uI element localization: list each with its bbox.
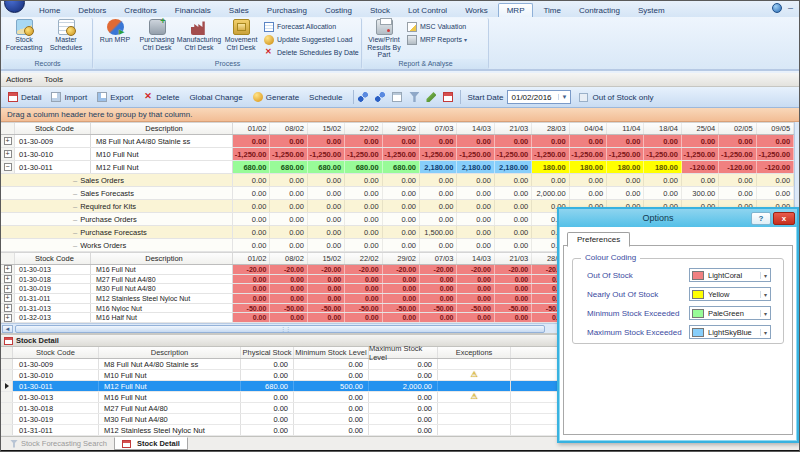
filter-icon[interactable] — [409, 92, 419, 102]
forecast-subrow-cell[interactable]: 0.00 — [570, 174, 607, 186]
forecast-value-cell[interactable]: 0.00 — [457, 284, 494, 293]
forecast-value-cell[interactable]: 680.00 — [270, 161, 307, 173]
ribbon-tab-purchasing[interactable]: Purchasing — [259, 4, 315, 17]
forecast-subrow-cell[interactable]: 0.00 — [420, 239, 457, 251]
forecast-value-cell[interactable]: 0.00 — [345, 294, 382, 303]
forecast-value-cell[interactable]: -1,250.00 — [233, 148, 270, 160]
colour-dropdown-nearly-out-of-stock[interactable]: Yellow▾ — [689, 287, 771, 301]
forecast-subrow-cell[interactable]: 0.00 — [570, 187, 607, 199]
menu-tools[interactable]: Tools — [44, 75, 63, 84]
forecast-value-cell[interactable]: 2,180.00 — [495, 161, 532, 173]
forecast-subrow-cell[interactable]: 0.00 — [233, 239, 270, 251]
forecast-subrow-cell[interactable]: 0.00 — [270, 174, 307, 186]
maximum-stock-column-header[interactable]: Maximum Stock Level — [369, 347, 438, 358]
description-column-header[interactable]: Description — [91, 253, 233, 264]
forecast-value-cell[interactable]: 0.00 — [457, 294, 494, 303]
forecast-value-cell[interactable]: 0.00 — [308, 135, 345, 147]
ribbon-button-purchasing-ctrl-desk[interactable]: Purchasing Ctrl Desk — [136, 18, 178, 59]
forecast-subrow-cell[interactable]: 0.00 — [270, 187, 307, 199]
ribbon-tab-costing[interactable]: Costing — [317, 4, 360, 17]
colour-dropdown-maximum-stock-exceeded[interactable]: LightSkyBlue▾ — [689, 325, 771, 339]
dialog-help-button[interactable]: ? — [751, 212, 771, 225]
forecast-subrow-cell[interactable]: 0.00 — [719, 174, 756, 186]
forecast-value-cell[interactable]: 2,180.00 — [420, 161, 457, 173]
forecast-value-cell[interactable]: 0.00 — [682, 135, 719, 147]
expander-icon[interactable]: + — [4, 304, 12, 312]
date-column-header[interactable]: 22/02 — [345, 123, 382, 134]
chevron-down-icon[interactable]: ▾ — [760, 291, 770, 298]
ribbon-button-master-schedules[interactable]: Master Schedules — [45, 18, 87, 59]
forecast-value-cell[interactable]: 0.00 — [270, 294, 307, 303]
forecast-subrow-cell[interactable]: 0.00 — [308, 187, 345, 199]
forecast-subrow-cell[interactable]: 0.00 — [682, 174, 719, 186]
forecast-value-cell[interactable]: 0.00 — [345, 275, 382, 284]
forecast-value-cell[interactable]: -1,250.00 — [308, 148, 345, 160]
date-column-header[interactable]: 21/03 — [495, 253, 532, 264]
date-column-header[interactable]: 02/05 — [719, 123, 756, 134]
forecast-subrow-cell[interactable]: 0.00 — [383, 200, 420, 212]
forecast-value-cell[interactable]: 0.00 — [495, 313, 532, 322]
ribbon-tab-debtors[interactable]: Debtors — [70, 4, 114, 17]
forecast-value-cell[interactable]: 680.00 — [233, 161, 270, 173]
forecast-subrow-cell[interactable]: 0.00 — [233, 187, 270, 199]
expander-icon[interactable]: + — [4, 265, 12, 273]
ribbon-tab-creditors[interactable]: Creditors — [116, 4, 164, 17]
forecast-subrow[interactable]: Sales Forecasts0.000.000.000.000.000.000… — [1, 187, 794, 200]
forecast-subrow-cell[interactable]: 0.00 — [270, 226, 307, 238]
ribbon-button-stock-forecasting[interactable]: Stock Forecasting — [3, 18, 45, 59]
window-dropdown-icon[interactable] — [392, 92, 402, 102]
forecast-subrow-cell[interactable]: 0.00 — [383, 239, 420, 251]
ribbon-button-mrp-reports[interactable]: MRP Reports▾ — [407, 33, 468, 46]
toolbar-button-import[interactable]: Import — [48, 91, 90, 103]
chevron-down-icon[interactable]: ▾ — [760, 310, 770, 317]
forecast-subrow-cell[interactable]: 0.00 — [457, 174, 494, 186]
forecast-value-cell[interactable]: -1,250.00 — [607, 148, 644, 160]
forecast-subrow[interactable]: Sales Orders0.000.000.000.000.000.000.00… — [1, 174, 794, 187]
forecast-value-cell[interactable]: -20.00 — [420, 265, 457, 274]
forecast-value-cell[interactable]: 0.00 — [457, 135, 494, 147]
toolbar-button-export[interactable]: Export — [94, 91, 136, 103]
ribbon-tab-stock[interactable]: Stock — [362, 4, 398, 17]
forecast-subrow-cell[interactable]: 0.00 — [233, 226, 270, 238]
forecast-subrow-cell[interactable]: 0.00 — [532, 174, 569, 186]
forecast-subrow-cell[interactable]: 0.00 — [345, 187, 382, 199]
link2-icon[interactable] — [375, 92, 385, 102]
ribbon-tab-mrp[interactable]: MRP — [498, 3, 534, 17]
forecast-value-cell[interactable]: 680.00 — [345, 161, 382, 173]
forecast-value-cell[interactable]: 0.00 — [644, 135, 681, 147]
forecast-subrow-cell[interactable]: 0.00 — [345, 226, 382, 238]
colour-dropdown-minimum-stock-exceeded[interactable]: PaleGreen▾ — [689, 306, 771, 320]
forecast-value-cell[interactable]: 0.00 — [383, 294, 420, 303]
forecast-subrow-cell[interactable]: 0.00 — [757, 187, 794, 199]
forecast-value-cell[interactable]: 0.00 — [270, 284, 307, 293]
forecast-subrow-cell[interactable]: 0.00 — [495, 174, 532, 186]
expander-icon[interactable]: + — [4, 314, 12, 322]
group-by-panel[interactable]: Drag a column header here to group by th… — [1, 108, 799, 122]
ribbon-tab-system[interactable]: System — [630, 4, 673, 17]
forecast-value-cell[interactable]: 680.00 — [383, 161, 420, 173]
forecast-value-cell[interactable]: -1,250.00 — [345, 148, 382, 160]
forecast-value-cell[interactable]: 0.00 — [233, 313, 270, 322]
forecast-value-cell[interactable]: 0.00 — [383, 313, 420, 322]
ribbon-tab-financials[interactable]: Financials — [167, 4, 219, 17]
stock-code-column-header[interactable]: Stock Code — [15, 123, 91, 134]
forecast-value-cell[interactable]: -50.00 — [420, 304, 457, 313]
forecast-value-cell[interactable]: 0.00 — [233, 135, 270, 147]
forecast-value-cell[interactable]: 0.00 — [719, 135, 756, 147]
forecast-value-cell[interactable]: 0.00 — [308, 284, 345, 293]
forecast-value-cell[interactable]: 0.00 — [420, 275, 457, 284]
forecast-value-cell[interactable]: -120.00 — [682, 161, 719, 173]
forecast-value-cell[interactable]: -20.00 — [495, 265, 532, 274]
ribbon-tab-home[interactable]: Home — [31, 4, 68, 17]
forecast-subrow-cell[interactable]: 0.00 — [270, 239, 307, 251]
forecast-value-cell[interactable]: -1,250.00 — [719, 148, 756, 160]
forecast-value-cell[interactable]: 0.00 — [420, 135, 457, 147]
expander-icon[interactable]: + — [4, 285, 12, 293]
date-column-header[interactable]: 07/03 — [420, 123, 457, 134]
forecast-subrow-cell[interactable]: 0.00 — [644, 187, 681, 199]
date-column-header[interactable]: 22/02 — [345, 253, 382, 264]
edit-icon[interactable] — [426, 92, 436, 102]
forecast-subrow-cell[interactable]: 0.00 — [495, 226, 532, 238]
forecast-value-cell[interactable]: -50.00 — [233, 304, 270, 313]
forecast-value-cell[interactable]: -20.00 — [270, 265, 307, 274]
